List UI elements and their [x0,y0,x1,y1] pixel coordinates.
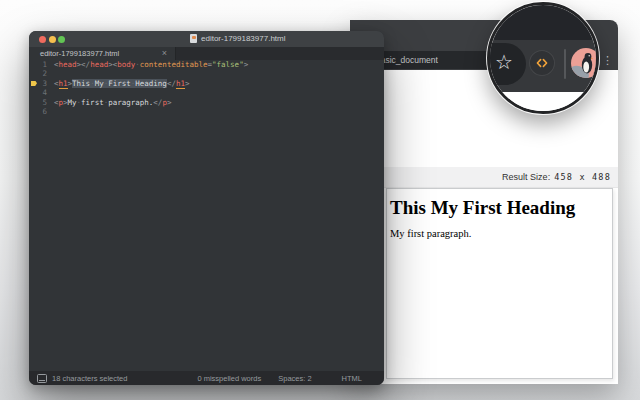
selection-panel-icon[interactable] [37,374,47,383]
line-number[interactable]: 5 [29,98,54,108]
code-token: · [90,79,95,88]
status-syntax[interactable]: HTML [342,374,362,383]
code-token: h1 [59,79,68,89]
code-line[interactable]: 4 [29,88,384,98]
code-token: contenteditable [140,60,208,69]
editor-window: editor-1799183977.html editor-1799183977… [29,31,384,385]
code-text: <p>My·first·paragraph.</p> [54,98,171,108]
code-token: > [185,79,190,88]
result-iframe: This My First Heading My first paragraph… [386,188,613,379]
code-lines[interactable]: 1<head></head><body·contenteditable="fal… [29,60,384,372]
code-line[interactable]: 5<p>My·first·paragraph.</p> [29,98,384,108]
code-line[interactable]: 1<head></head><body·contenteditable="fal… [29,60,384,70]
code-token: h1 [176,79,185,89]
status-misspelled[interactable]: 0 misspelled words [197,374,261,383]
browser-content: Result Size: 458 x 488 This My First Hea… [350,70,618,384]
line-number[interactable]: 3 [29,79,54,89]
tab-editor-file[interactable]: editor-1799183977.html × [29,47,176,60]
rendered-heading: This My First Heading [390,197,612,219]
status-selection: 18 characters selected [52,374,127,383]
code-token: >< [108,60,117,69]
result-size-label: Result Size: [502,172,550,182]
minimize-window-button[interactable] [49,36,56,43]
code-token: My [95,79,104,88]
magnifier-circle: ☆ [487,2,599,114]
code-token: Heading [135,79,167,88]
code-token: First [108,79,131,88]
code-token: My [68,98,77,107]
line-number[interactable]: 4 [29,88,54,98]
result-size-bar: Result Size: 458 x 488 [350,167,618,188]
code-brackets-icon [535,56,549,70]
editor-tabbar: editor-1799183977.html × [29,47,384,60]
code-token: paragraph. [108,98,153,107]
code-text: <h1>This·My·First·Heading</h1> [54,79,189,89]
code-token: < [54,79,59,88]
bookmark-star-icon[interactable]: ☆ [493,51,515,73]
editor-titlebar[interactable]: editor-1799183977.html [29,31,384,47]
zoom-window-button[interactable] [58,36,65,43]
rendered-paragraph: My first paragraph. [390,228,612,239]
traffic-lights [39,36,65,43]
profile-avatar[interactable] [571,48,599,78]
code-token: > [167,98,172,107]
tab-close-icon[interactable]: × [162,48,167,59]
code-line[interactable]: 3<h1>This·My·First·Heading</h1> [29,79,384,89]
tab-title: editor-1799183977.html [29,49,119,58]
line-number[interactable]: 6 [29,107,54,117]
extension-button[interactable] [529,50,555,76]
magnified-tabstrip [490,5,596,40]
toolbar-separator [564,49,566,79]
address-text[interactable]: basic_document [376,55,438,65]
browser-menu-icon[interactable]: ⋮ [602,53,613,67]
code-token: "false" [212,60,244,69]
code-token: > [244,60,249,69]
window-title-group: editor-1799183977.html [190,34,286,43]
close-window-button[interactable] [39,36,46,43]
line-number[interactable]: 2 [29,69,54,79]
line-number[interactable]: 1 [29,60,54,70]
code-line[interactable]: 2 [29,69,384,79]
window-title: editor-1799183977.html [201,34,286,43]
code-token: first [81,98,104,107]
bookmark-icon [31,81,37,87]
code-token: head [59,60,77,69]
code-token: head [90,60,108,69]
status-indentation[interactable]: Spaces: 2 [278,374,311,383]
result-size-value: 458 x 488 [554,172,611,182]
code-line[interactable]: 6 [29,107,384,117]
code-token: </ [167,79,176,88]
penguin-icon [571,48,599,78]
code-token: This [72,79,90,88]
document-icon [190,34,197,43]
code-text: <head></head><body·contenteditable="fals… [54,60,248,70]
code-token: body [117,60,135,69]
code-token: ></ [77,60,91,69]
editor-statusbar: 18 characters selected 0 misspelled word… [29,371,384,385]
